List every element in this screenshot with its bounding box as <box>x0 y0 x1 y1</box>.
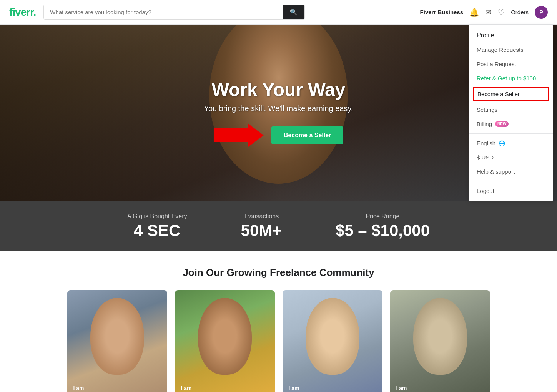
globe-icon: 🌐 <box>499 140 505 146</box>
menu-item-profile[interactable]: Profile <box>469 28 553 43</box>
card-designer-label: I am a Designer <box>73 385 109 392</box>
menu-item-help[interactable]: Help & support <box>469 164 553 179</box>
avatar[interactable]: P <box>535 6 548 19</box>
arrow-head <box>248 124 264 147</box>
card-writer-bg <box>283 290 382 392</box>
orders-link[interactable]: Orders <box>511 9 529 15</box>
search-icon: 🔍 <box>290 9 298 15</box>
stat-price: Price Range $5 – $10,000 <box>336 213 430 240</box>
dropdown-menu: Profile Manage Requests Post a Request R… <box>469 25 553 201</box>
logo-text: fiverr <box>9 6 33 18</box>
wishlist-icon[interactable]: ♡ <box>498 8 505 17</box>
card-developer-face <box>198 298 252 375</box>
card-video-editor-bg <box>390 290 490 392</box>
logo-dot: . <box>33 6 36 18</box>
stat-gig-label: A Gig is Bought Every <box>127 213 187 220</box>
card-writer-label: I am a Writer <box>289 385 314 392</box>
community-title: Join Our Growing Freelance Community <box>23 267 534 279</box>
hero-subtitle: You bring the skill. We'll make earning … <box>204 104 353 113</box>
menu-divider-2 <box>469 181 553 181</box>
menu-item-refer[interactable]: Refer & Get up to $100 <box>469 71 553 85</box>
card-designer-label-top: I am <box>73 385 109 391</box>
hero-content: Work Your Way You bring the skill. We'll… <box>204 79 353 147</box>
card-designer-face <box>90 298 144 375</box>
stat-gig: A Gig is Bought Every 4 SEC <box>127 213 187 240</box>
stat-transactions-value: 50M+ <box>241 221 282 240</box>
billing-new-badge: NEW <box>495 121 509 127</box>
menu-item-english[interactable]: English 🌐 <box>469 136 553 150</box>
community-card-writer[interactable]: I am a Writer <box>283 290 382 392</box>
community-card-developer[interactable]: I am a Developer <box>175 290 275 392</box>
card-writer-label-top: I am <box>289 385 314 391</box>
menu-item-billing[interactable]: Billing NEW <box>469 117 553 131</box>
stats-bar: A Gig is Bought Every 4 SEC Transactions… <box>0 201 557 251</box>
arrow-body <box>214 128 248 142</box>
card-developer-label: I am a Developer <box>181 385 220 392</box>
community-card-video-editor[interactable]: I am a Video Editor <box>390 290 490 392</box>
search-bar: 🔍 <box>43 5 305 20</box>
menu-item-usd[interactable]: $ USD <box>469 150 553 164</box>
header-nav: Fiverr Business 🔔 ✉ ♡ Orders P <box>420 6 548 19</box>
community-section: Join Our Growing Freelance Community I a… <box>0 251 557 392</box>
notifications-icon[interactable]: 🔔 <box>469 8 479 17</box>
search-input[interactable] <box>44 5 283 19</box>
stat-price-label: Price Range <box>336 213 430 220</box>
card-video-editor-label: I am a Video Editor <box>396 385 443 392</box>
messages-icon[interactable]: ✉ <box>485 8 492 17</box>
hero-title: Work Your Way <box>204 79 353 100</box>
card-designer-bg <box>67 290 167 392</box>
community-card-designer[interactable]: I am a Designer <box>67 290 167 392</box>
community-cards: I am a Designer I am a Developer I am a … <box>23 290 534 392</box>
card-writer-face <box>306 298 359 375</box>
menu-item-manage-requests[interactable]: Manage Requests <box>469 43 553 57</box>
header: fiverr. 🔍 Fiverr Business 🔔 ✉ ♡ Orders P… <box>0 0 557 25</box>
stat-price-value: $5 – $10,000 <box>336 221 430 240</box>
menu-item-settings[interactable]: Settings <box>469 103 553 117</box>
card-developer-label-top: I am <box>181 385 220 391</box>
menu-item-become-seller[interactable]: Become a Seller <box>473 87 549 101</box>
stat-transactions: Transactions 50M+ <box>241 213 282 240</box>
fiverr-business-link[interactable]: Fiverr Business <box>420 9 464 15</box>
card-video-editor-label-top: I am <box>396 385 443 391</box>
hero-cta-row: Become a Seller <box>204 124 353 147</box>
stat-gig-value: 4 SEC <box>127 221 187 240</box>
hero-become-seller-button[interactable]: Become a Seller <box>271 126 344 144</box>
menu-item-logout[interactable]: Logout <box>469 184 553 198</box>
menu-item-post-request[interactable]: Post a Request <box>469 57 553 71</box>
search-button[interactable]: 🔍 <box>283 5 304 19</box>
red-arrow <box>214 124 264 147</box>
card-video-editor-face <box>413 298 467 375</box>
menu-divider <box>469 133 553 134</box>
logo[interactable]: fiverr. <box>9 6 36 18</box>
card-developer-bg <box>175 290 275 392</box>
stat-transactions-label: Transactions <box>241 213 282 220</box>
